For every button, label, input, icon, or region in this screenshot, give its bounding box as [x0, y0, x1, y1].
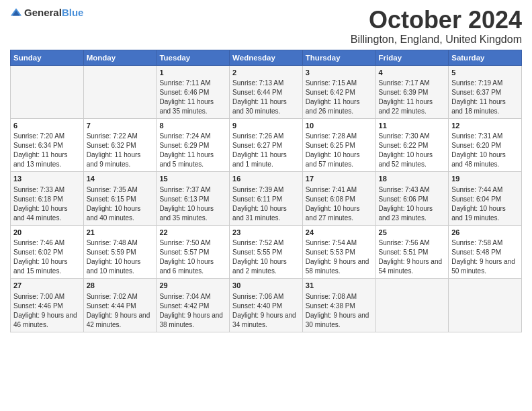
day-detail: Sunrise: 7:58 AMSunset: 5:48 PMDaylight:…: [451, 238, 519, 276]
sunset-text: Sunset: 6:11 PM: [232, 195, 300, 204]
week-row-2: 6Sunrise: 7:20 AMSunset: 6:34 PMDaylight…: [11, 118, 522, 171]
day-detail: Sunrise: 7:04 AMSunset: 4:42 PMDaylight:…: [159, 292, 226, 330]
day-detail: Sunrise: 7:26 AMSunset: 6:27 PMDaylight:…: [232, 132, 300, 169]
daylight-text: Daylight: 9 hours and 38 minutes.: [159, 311, 226, 330]
day-number: 20: [13, 228, 81, 238]
daylight-text: Daylight: 9 hours and 42 minutes.: [87, 311, 154, 330]
sunset-text: Sunset: 4:44 PM: [87, 302, 154, 311]
sunset-text: Sunset: 5:53 PM: [306, 248, 373, 257]
daylight-text: Daylight: 10 hours and 35 minutes.: [159, 204, 226, 223]
day-cell: 27Sunrise: 7:00 AMSunset: 4:46 PMDayligh…: [11, 279, 84, 332]
daylight-text: Daylight: 11 hours and 26 minutes.: [306, 97, 373, 116]
day-number: 8: [159, 121, 226, 131]
sunrise-text: Sunrise: 7:24 AM: [159, 132, 226, 141]
sunset-text: Sunset: 6:29 PM: [159, 141, 226, 150]
calendar-table: SundayMondayTuesdayWednesdayThursdayFrid…: [10, 50, 522, 332]
daylight-text: Daylight: 10 hours and 40 minutes.: [87, 204, 154, 223]
day-number: 5: [451, 68, 519, 78]
day-cell: 22Sunrise: 7:50 AMSunset: 5:57 PMDayligh…: [157, 225, 230, 278]
sunset-text: Sunset: 6:39 PM: [379, 88, 446, 97]
day-detail: Sunrise: 7:39 AMSunset: 6:11 PMDaylight:…: [232, 185, 300, 223]
daylight-text: Daylight: 11 hours and 30 minutes.: [232, 97, 300, 116]
daylight-text: Daylight: 11 hours and 9 minutes.: [87, 150, 154, 169]
sunset-text: Sunset: 5:48 PM: [451, 248, 519, 257]
day-number: 28: [87, 281, 154, 291]
day-cell: 14Sunrise: 7:35 AMSunset: 6:15 PMDayligh…: [83, 172, 157, 225]
day-cell: 23Sunrise: 7:52 AMSunset: 5:55 PMDayligh…: [230, 225, 303, 278]
day-number: 21: [87, 228, 154, 238]
daylight-text: Daylight: 10 hours and 48 minutes.: [451, 150, 519, 169]
day-number: 10: [306, 121, 373, 131]
logo-icon: [10, 7, 22, 19]
day-detail: Sunrise: 7:43 AMSunset: 6:06 PMDaylight:…: [379, 185, 446, 223]
calendar-body: 1Sunrise: 7:11 AMSunset: 6:46 PMDaylight…: [11, 65, 522, 332]
sunset-text: Sunset: 6:22 PM: [379, 141, 446, 150]
day-detail: Sunrise: 7:35 AMSunset: 6:15 PMDaylight:…: [87, 185, 154, 223]
page: GeneralBlue October 2024 Billington, Eng…: [0, 0, 532, 411]
day-cell: 16Sunrise: 7:39 AMSunset: 6:11 PMDayligh…: [230, 172, 303, 225]
sunrise-text: Sunrise: 7:13 AM: [232, 79, 300, 88]
day-number: 30: [232, 281, 300, 291]
day-number: 3: [306, 68, 373, 78]
daylight-text: Daylight: 11 hours and 35 minutes.: [159, 97, 226, 116]
sunrise-text: Sunrise: 7:31 AM: [451, 132, 519, 141]
sunrise-text: Sunrise: 7:08 AM: [306, 292, 373, 302]
day-detail: Sunrise: 7:08 AMSunset: 4:38 PMDaylight:…: [306, 292, 373, 330]
day-detail: Sunrise: 7:48 AMSunset: 5:59 PMDaylight:…: [87, 238, 154, 276]
sunset-text: Sunset: 6:06 PM: [379, 195, 446, 204]
week-row-3: 13Sunrise: 7:33 AMSunset: 6:18 PMDayligh…: [11, 172, 522, 225]
day-detail: Sunrise: 7:44 AMSunset: 6:04 PMDaylight:…: [451, 185, 519, 223]
day-detail: Sunrise: 7:30 AMSunset: 6:22 PMDaylight:…: [379, 132, 446, 169]
sunset-text: Sunset: 6:42 PM: [306, 88, 373, 97]
day-cell: 6Sunrise: 7:20 AMSunset: 6:34 PMDaylight…: [11, 118, 84, 171]
sunrise-text: Sunrise: 7:44 AM: [451, 185, 519, 195]
day-number: 12: [451, 121, 519, 131]
day-number: 7: [87, 121, 154, 131]
day-cell: 1Sunrise: 7:11 AMSunset: 6:46 PMDaylight…: [157, 65, 230, 118]
sunset-text: Sunset: 6:13 PM: [159, 195, 226, 204]
day-cell: 2Sunrise: 7:13 AMSunset: 6:44 PMDaylight…: [230, 65, 303, 118]
sunrise-text: Sunrise: 7:22 AM: [87, 132, 154, 141]
daylight-text: Daylight: 9 hours and 34 minutes.: [232, 311, 300, 330]
location-title: Billington, England, United Kingdom: [351, 34, 522, 46]
day-detail: Sunrise: 7:46 AMSunset: 6:02 PMDaylight:…: [13, 238, 81, 276]
sunset-text: Sunset: 5:55 PM: [232, 248, 300, 257]
day-cell: 26Sunrise: 7:58 AMSunset: 5:48 PMDayligh…: [449, 225, 522, 278]
sunset-text: Sunset: 6:02 PM: [13, 248, 81, 257]
sunset-text: Sunset: 6:25 PM: [306, 141, 373, 150]
day-cell: 17Sunrise: 7:41 AMSunset: 6:08 PMDayligh…: [302, 172, 375, 225]
sunset-text: Sunset: 5:51 PM: [379, 248, 446, 257]
day-cell: 28Sunrise: 7:02 AMSunset: 4:44 PMDayligh…: [83, 279, 157, 332]
header-cell-saturday: Saturday: [449, 50, 522, 65]
sunset-text: Sunset: 4:38 PM: [306, 302, 373, 311]
sunset-text: Sunset: 6:46 PM: [159, 88, 226, 97]
sunrise-text: Sunrise: 7:15 AM: [306, 79, 373, 88]
day-number: 19: [451, 174, 519, 184]
day-cell: 19Sunrise: 7:44 AMSunset: 6:04 PMDayligh…: [449, 172, 522, 225]
day-number: 22: [159, 228, 226, 238]
month-title: October 2024: [351, 7, 522, 34]
sunrise-text: Sunrise: 7:00 AM: [13, 292, 81, 302]
header-cell-thursday: Thursday: [302, 50, 375, 65]
sunset-text: Sunset: 6:37 PM: [451, 88, 519, 97]
day-detail: Sunrise: 7:02 AMSunset: 4:44 PMDaylight:…: [87, 292, 154, 330]
day-number: 31: [306, 281, 373, 291]
sunset-text: Sunset: 6:08 PM: [306, 195, 373, 204]
daylight-text: Daylight: 10 hours and 19 minutes.: [451, 204, 519, 223]
day-number: 26: [451, 228, 519, 238]
sunset-text: Sunset: 6:18 PM: [13, 195, 81, 204]
sunrise-text: Sunrise: 7:50 AM: [159, 238, 226, 248]
day-detail: Sunrise: 7:54 AMSunset: 5:53 PMDaylight:…: [306, 238, 373, 276]
sunrise-text: Sunrise: 7:26 AM: [232, 132, 300, 141]
day-cell: 7Sunrise: 7:22 AMSunset: 6:32 PMDaylight…: [83, 118, 157, 171]
day-number: 15: [159, 174, 226, 184]
day-detail: Sunrise: 7:24 AMSunset: 6:29 PMDaylight:…: [159, 132, 226, 169]
day-cell: 10Sunrise: 7:28 AMSunset: 6:25 PMDayligh…: [302, 118, 375, 171]
day-detail: Sunrise: 7:06 AMSunset: 4:40 PMDaylight:…: [232, 292, 300, 330]
daylight-text: Daylight: 10 hours and 10 minutes.: [87, 257, 154, 276]
day-detail: Sunrise: 7:11 AMSunset: 6:46 PMDaylight:…: [159, 79, 226, 116]
day-number: 4: [379, 68, 446, 78]
sunrise-text: Sunrise: 7:02 AM: [87, 292, 154, 302]
day-number: 2: [232, 68, 300, 78]
logo-general: General: [24, 7, 62, 18]
